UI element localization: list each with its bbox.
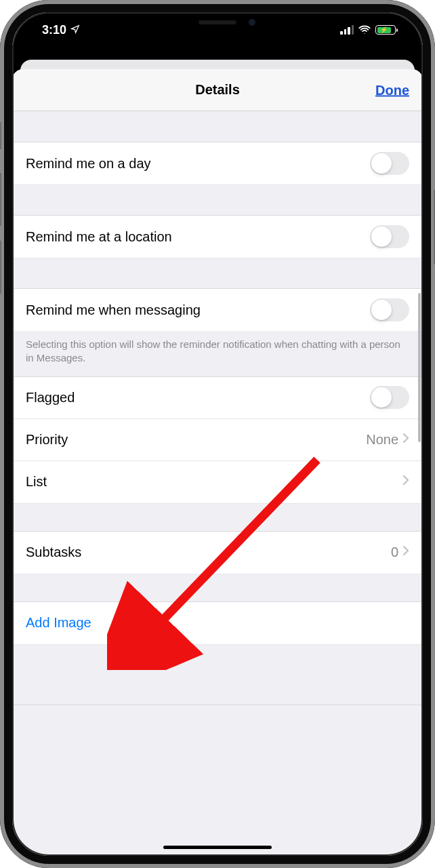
section-gap [12, 644, 423, 705]
chevron-right-icon [402, 433, 409, 447]
remind-messaging-toggle[interactable] [370, 298, 409, 321]
priority-row[interactable]: Priority None [12, 419, 423, 461]
section-gap [12, 111, 423, 142]
section-gap [12, 184, 423, 216]
section-gap [12, 503, 423, 532]
remind-day-row[interactable]: Remind me on a day [12, 142, 423, 184]
front-camera [249, 19, 255, 26]
volume-down-button [0, 241, 1, 294]
status-time: 3:10 [42, 23, 66, 37]
chevron-right-icon [402, 475, 409, 489]
remind-day-toggle[interactable] [370, 152, 409, 175]
screen: 3:10 ⚡ Details [12, 12, 423, 856]
content: Remind me on a day Remind me at a locati… [12, 111, 423, 856]
remind-messaging-row[interactable]: Remind me when messaging [12, 289, 423, 331]
remind-messaging-label: Remind me when messaging [26, 302, 370, 318]
subtasks-value: 0 [391, 545, 398, 560]
list-label: List [26, 474, 402, 490]
add-image-label: Add Image [26, 615, 409, 631]
page-title: Details [195, 82, 240, 98]
messaging-footnote: Selecting this option will show the remi… [12, 331, 423, 377]
section-gap [12, 574, 423, 602]
remind-location-toggle[interactable] [370, 225, 409, 248]
home-indicator[interactable] [163, 846, 272, 849]
speaker-grille [199, 20, 236, 24]
remind-location-row[interactable]: Remind me at a location [12, 216, 423, 258]
chevron-right-icon [402, 545, 409, 559]
section-gap [12, 258, 423, 289]
priority-label: Priority [26, 432, 366, 448]
remind-day-label: Remind me on a day [26, 156, 370, 172]
done-button[interactable]: Done [375, 82, 409, 98]
notch [133, 12, 302, 37]
flagged-toggle[interactable] [370, 386, 409, 409]
location-icon [70, 23, 80, 37]
details-sheet: Details Done Remind me on a day Remind m… [12, 69, 423, 856]
battery-icon: ⚡ [375, 25, 396, 35]
mute-switch [0, 122, 1, 149]
priority-value: None [366, 432, 398, 448]
add-image-row[interactable]: Add Image [12, 602, 423, 644]
subtasks-row[interactable]: Subtasks 0 [12, 532, 423, 574]
scrollbar[interactable] [418, 293, 421, 442]
list-row[interactable]: List [12, 461, 423, 503]
wifi-icon [358, 23, 371, 37]
remind-location-label: Remind me at a location [26, 229, 370, 245]
subtasks-label: Subtasks [26, 545, 391, 560]
volume-up-button [0, 173, 1, 226]
navbar: Details Done [12, 69, 423, 111]
flagged-label: Flagged [26, 390, 370, 406]
flagged-row[interactable]: Flagged [12, 377, 423, 419]
cellular-signal-icon [340, 25, 354, 35]
